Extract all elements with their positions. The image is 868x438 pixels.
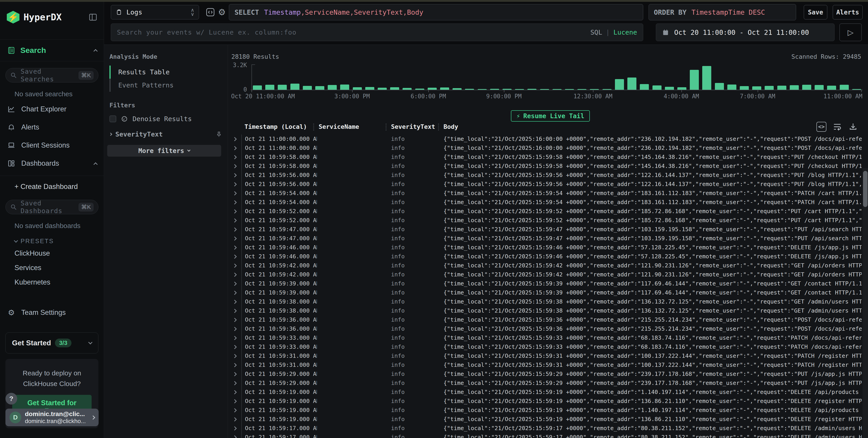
expand-row-icon[interactable]: [232, 327, 237, 331]
get-started-card[interactable]: Get Started 3/3: [5, 332, 98, 353]
table-row[interactable]: Oct 21 10:59:56.000 AMinfo{"time_local":…: [228, 171, 862, 180]
table-row[interactable]: Oct 21 10:59:42.000 AMinfo{"time_local":…: [228, 261, 862, 270]
view-sql-icon[interactable]: <>: [816, 122, 827, 132]
resume-live-tail-button[interactable]: ⚡ Resume Live Tail: [511, 110, 590, 122]
expand-row-icon[interactable]: [232, 209, 237, 213]
table-row[interactable]: Oct 21 10:59:31.000 AMinfo{"time_local":…: [228, 361, 862, 370]
col-header-severitytext[interactable]: SeverityText: [391, 123, 435, 130]
source-select[interactable]: Logs ∧∨: [111, 5, 199, 20]
table-row[interactable]: Oct 21 10:59:54.000 AMinfo{"time_local":…: [228, 189, 862, 198]
column-resize-handle[interactable]: [438, 124, 439, 130]
expand-row-icon[interactable]: [232, 173, 237, 177]
expand-row-icon[interactable]: [232, 291, 237, 295]
expand-row-icon[interactable]: [232, 200, 237, 204]
expand-row-icon[interactable]: [232, 399, 237, 403]
scrollbar-thumb[interactable]: [863, 171, 868, 207]
col-header-servicename[interactable]: ServiceName: [319, 123, 359, 130]
sidebar-item-search[interactable]: Search: [0, 39, 104, 61]
lucene-search-input[interactable]: Search your events w/ Lucene ex. column:…: [111, 24, 643, 41]
expand-row-icon[interactable]: [232, 354, 237, 358]
preset-kubernetes[interactable]: Kubernetes: [0, 275, 104, 290]
expand-row-icon[interactable]: [232, 191, 237, 195]
more-filters-button[interactable]: More filters: [107, 145, 221, 157]
preset-services[interactable]: Services: [0, 261, 104, 275]
table-row[interactable]: Oct 21 10:59:33.000 AMinfo{"time_local":…: [228, 342, 862, 351]
denoise-results-row[interactable]: Denoise Results: [110, 115, 228, 123]
expand-row-icon[interactable]: [232, 255, 237, 259]
expand-row-icon[interactable]: [232, 390, 237, 394]
expand-row-icon[interactable]: [232, 309, 237, 313]
select-clause-input[interactable]: SELECT Timestamp ,ServiceName,SeverityTe…: [229, 4, 643, 20]
table-row[interactable]: Oct 21 10:59:17.000 AMinfo{"time_local":…: [228, 433, 862, 438]
table-row[interactable]: Oct 21 11:00:00.000 AMinfo{"time_local":…: [228, 143, 862, 153]
sidebar-item-alerts[interactable]: Alerts: [0, 118, 104, 136]
expand-row-icon[interactable]: [232, 146, 237, 150]
table-row[interactable]: Oct 21 10:59:46.000 AMinfo{"time_local":…: [228, 243, 862, 252]
user-menu[interactable]: D dominic.tran@clic... dominic.tran@clic…: [5, 409, 99, 426]
table-row[interactable]: Oct 21 10:59:29.000 AMinfo{"time_local":…: [228, 378, 862, 388]
column-resize-handle[interactable]: [313, 124, 314, 130]
table-row[interactable]: Oct 21 10:59:42.000 AMinfo{"time_local":…: [228, 270, 862, 279]
tab-event-patterns[interactable]: Event Patterns: [110, 79, 227, 92]
order-by-input[interactable]: ORDER BY TimestampTime DESC: [649, 4, 796, 20]
table-row[interactable]: Oct 21 10:59:56.000 AMinfo{"time_local":…: [228, 180, 862, 189]
code-toggle-button[interactable]: [205, 7, 215, 17]
table-row[interactable]: Oct 21 10:59:36.000 AMinfo{"time_local":…: [228, 324, 862, 333]
col-header-timestamp[interactable]: Timestamp (Local): [245, 123, 307, 130]
expand-row-icon[interactable]: [232, 372, 237, 376]
table-row[interactable]: Oct 21 10:59:19.000 AMinfo{"time_local":…: [228, 406, 862, 415]
preset-clickhouse[interactable]: ClickHouse: [0, 246, 104, 261]
table-row[interactable]: Oct 21 10:59:19.000 AMinfo{"time_local":…: [228, 388, 862, 397]
lang-lucene-toggle[interactable]: Lucene: [613, 29, 637, 36]
expand-row-icon[interactable]: [232, 300, 237, 304]
expand-row-icon[interactable]: [232, 218, 237, 223]
severity-filter-group[interactable]: SeverityText: [110, 130, 222, 138]
table-row[interactable]: Oct 21 10:59:47.000 AMinfo{"time_local":…: [228, 234, 862, 243]
table-row[interactable]: Oct 21 10:59:36.000 AMinfo{"time_local":…: [228, 315, 862, 324]
denoise-checkbox[interactable]: [110, 115, 116, 122]
expand-row-icon[interactable]: [232, 155, 237, 159]
expand-row-icon[interactable]: [232, 264, 237, 268]
expand-row-icon[interactable]: [232, 273, 237, 277]
table-row[interactable]: Oct 21 10:59:33.000 AMinfo{"time_local":…: [228, 333, 862, 342]
expand-row-icon[interactable]: [232, 245, 237, 249]
time-range-picker[interactable]: Oct 20 11:00:00 - Oct 21 11:00:00: [656, 24, 835, 41]
table-row[interactable]: Oct 21 10:59:52.000 AMinfo{"time_local":…: [228, 207, 862, 216]
sidebar-item-chart-explorer[interactable]: Chart Explorer: [0, 100, 104, 118]
table-row[interactable]: Oct 21 10:59:17.000 AMinfo{"time_local":…: [228, 424, 862, 433]
tab-results-table[interactable]: Results Table: [110, 66, 227, 79]
lang-sql-toggle[interactable]: SQL: [590, 29, 602, 36]
save-button[interactable]: Save: [804, 5, 827, 20]
expand-row-icon[interactable]: [232, 408, 237, 412]
expand-row-icon[interactable]: [232, 345, 237, 349]
presets-header[interactable]: PRESETS: [0, 232, 104, 246]
table-row[interactable]: Oct 21 10:59:52.000 AMinfo{"time_local":…: [228, 216, 862, 225]
expand-row-icon[interactable]: [232, 417, 237, 421]
pin-icon[interactable]: [216, 131, 222, 138]
table-row[interactable]: Oct 21 10:59:39.000 AMinfo{"time_local":…: [228, 288, 862, 297]
expand-row-icon[interactable]: [232, 137, 237, 141]
expand-row-icon[interactable]: [232, 281, 237, 286]
table-row[interactable]: Oct 21 11:00:00.000 AMinfo{"time_local":…: [228, 134, 862, 143]
wrap-text-icon[interactable]: [832, 122, 842, 132]
expand-row-icon[interactable]: [232, 363, 237, 367]
expand-row-icon[interactable]: [232, 164, 237, 168]
sidebar-item-team-settings[interactable]: ⚙ Team Settings: [0, 303, 104, 322]
table-row[interactable]: Oct 21 10:59:29.000 AMinfo{"time_local":…: [228, 370, 862, 378]
run-query-button[interactable]: ▷: [839, 24, 862, 41]
expand-row-icon[interactable]: [232, 381, 237, 385]
sidebar-item-client-sessions[interactable]: Client Sessions: [0, 136, 104, 155]
table-row[interactable]: Oct 21 10:59:38.000 AMinfo{"time_local":…: [228, 306, 862, 315]
saved-searches-input[interactable]: Saved Searches ⌘K: [5, 68, 98, 82]
table-row[interactable]: Oct 21 10:59:31.000 AMinfo{"time_local":…: [228, 351, 862, 361]
table-row[interactable]: Oct 21 10:59:54.000 AMinfo{"time_local":…: [228, 198, 862, 207]
column-resize-handle[interactable]: [385, 124, 386, 130]
expand-row-icon[interactable]: [232, 236, 237, 240]
collapse-sidebar-icon[interactable]: [88, 13, 97, 22]
events-histogram[interactable]: [251, 64, 861, 90]
expand-row-icon[interactable]: [232, 426, 237, 430]
vertical-scrollbar[interactable]: [863, 168, 868, 438]
saved-dashboards-input[interactable]: Saved Dashboards ⌘K: [5, 200, 98, 214]
table-row[interactable]: Oct 21 10:59:39.000 AMinfo{"time_local":…: [228, 279, 862, 288]
table-row[interactable]: Oct 21 10:59:47.000 AMinfo{"time_local":…: [228, 225, 862, 234]
